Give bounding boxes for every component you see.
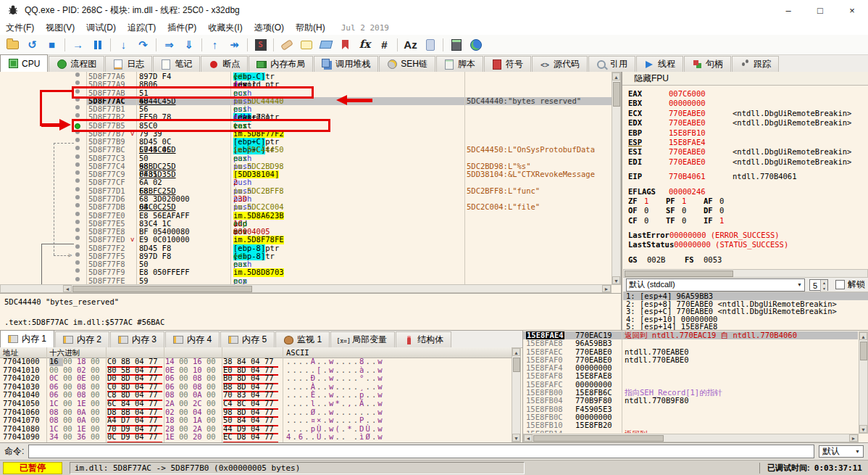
run-button[interactable]: → xyxy=(69,36,87,54)
tab-script[interactable]: 脚本 xyxy=(436,56,483,72)
tab-seh[interactable]: SEH链 xyxy=(379,56,435,72)
registers-hscrollbar[interactable] xyxy=(623,269,868,278)
disassembly-vscrollbar[interactable]: ▲ ▼ xyxy=(612,72,621,285)
run-to-user-code-button[interactable]: ↠ xyxy=(225,36,243,54)
tab-memdump-4[interactable]: 内存 5 xyxy=(220,331,275,347)
bookmark-button[interactable] xyxy=(336,36,354,54)
stack-row[interactable]: 15E8FB04770B9F80ntdll.770B9F80 xyxy=(523,397,858,405)
tab-references[interactable]: 引用 xyxy=(588,56,635,72)
stack-row[interactable]: 15E8FAF0770EABE0ntdll.770EABE0 xyxy=(523,356,858,364)
stack-hscrollbar[interactable]: ◄ ► xyxy=(523,434,859,442)
stack-row[interactable]: 15E8FB0015E8FB6C指向SEH_Record[1]的指针 xyxy=(523,389,858,397)
scylla-button[interactable]: S xyxy=(251,36,270,54)
stack-row[interactable]: 15E8FAE896A59BB3 xyxy=(523,339,858,347)
label-button[interactable] xyxy=(317,36,335,54)
register-row[interactable]: LastStatus00000000 (STATUS_SUCCESS) xyxy=(628,240,863,249)
row-dot-icon[interactable] xyxy=(75,187,80,191)
menu-item[interactable]: 文件(F) xyxy=(0,20,40,36)
close-button[interactable]: × xyxy=(836,0,868,20)
stack-row[interactable]: 15E8FAE4770EAC19返回到 ntdll.770EAC19 自 ntd… xyxy=(523,331,858,339)
menu-item[interactable]: 帮助(H) xyxy=(290,20,331,36)
tab-locals-6[interactable]: 局部变量 xyxy=(330,331,395,347)
stop-button[interactable]: ■ xyxy=(43,36,61,54)
disasm-row[interactable]: 5D8F77F9E8 050FFEFFcall im.5D8D8703 xyxy=(0,268,612,276)
calling-convention-select[interactable]: 默认 (stdcall) ▼ xyxy=(626,278,805,292)
row-dot-icon[interactable] xyxy=(75,236,80,240)
registers-pane[interactable]: 隐藏FPU EAX007C6000EBX00000000ECX770EABE0<… xyxy=(622,72,868,330)
register-row[interactable]: LastError00000000 (ERROR_SUCCESS) xyxy=(628,231,863,240)
row-dot-icon[interactable] xyxy=(75,212,80,216)
row-dot-icon[interactable] xyxy=(75,138,80,142)
tab-callstack[interactable]: 调用堆栈 xyxy=(314,56,378,72)
stack-row[interactable]: 15E8FB14返回到 xyxy=(523,430,858,433)
hide-fpu-button[interactable]: 隐藏FPU xyxy=(622,72,868,86)
argument-count-stepper[interactable]: 5 ▲▼ xyxy=(809,279,828,291)
row-dot-icon[interactable] xyxy=(75,260,80,265)
stack-row[interactable]: 15E8FAEC770EABE0ntdll.770EABE0 xyxy=(523,348,858,356)
stack-pane[interactable]: 15E8FAE4770EAC19返回到 ntdll.770EAC19 自 ntd… xyxy=(523,330,868,442)
flags-row[interactable]: CF0TF0IF1 xyxy=(628,216,863,226)
row-dot-icon[interactable] xyxy=(75,162,80,167)
stack-vscrollbar[interactable]: ▲ ▼ xyxy=(859,331,868,434)
step-into-button[interactable]: ↓ xyxy=(114,36,133,54)
tab-cpu[interactable]: CPU xyxy=(0,54,48,72)
register-row[interactable]: EIP770B4061ntdll.770B4061 xyxy=(628,172,863,181)
step-over-button[interactable]: ↷ xyxy=(134,36,152,54)
row-dot-icon[interactable] xyxy=(75,113,80,117)
tab-log[interactable]: 日志 xyxy=(105,56,152,72)
maximize-button[interactable]: □ xyxy=(804,0,836,20)
tab-symbols[interactable]: 符号 xyxy=(484,56,531,72)
tab-handles[interactable]: 句柄 xyxy=(684,56,731,72)
dump-row[interactable]: 7704100016001800C08B04771400160038840477… xyxy=(0,358,512,366)
restart-button[interactable]: ↺ xyxy=(23,36,41,54)
row-dot-icon[interactable] xyxy=(75,178,80,183)
function-button[interactable]: fx xyxy=(356,36,374,54)
row-dot-icon[interactable] xyxy=(75,170,80,175)
menu-item[interactable]: 调试(D) xyxy=(80,20,122,36)
flags-row[interactable]: GS002BFS0053 xyxy=(628,255,863,265)
stack-row[interactable]: 15E8FB0C00000000 xyxy=(523,413,858,421)
disasm-row[interactable]: 5D8F77EDvE9 0C010000jmp im.5D8F78FE xyxy=(0,236,612,244)
row-dot-icon[interactable] xyxy=(75,277,80,281)
row-dot-icon[interactable] xyxy=(75,146,80,150)
argument-row[interactable]: 1: [esp+4] 96A59BB3 xyxy=(623,292,868,300)
row-dot-icon[interactable] xyxy=(75,244,80,249)
row-dot-icon[interactable] xyxy=(75,268,80,273)
font-button[interactable]: Az xyxy=(401,36,420,54)
row-dot-icon[interactable] xyxy=(75,252,80,257)
tab-breakpoint[interactable]: 断点 xyxy=(201,56,248,72)
tab-graph[interactable]: 流程图 xyxy=(49,56,104,72)
disassembly-hscrollbar[interactable]: ◄ ► xyxy=(0,284,612,293)
tab-source[interactable]: 源代码 xyxy=(532,56,588,72)
animate-into-button[interactable]: ⇒ xyxy=(160,36,178,54)
row-dot-icon[interactable] xyxy=(75,73,80,77)
tab-struct-7[interactable]: 结构体 xyxy=(396,331,451,347)
comment-button[interactable] xyxy=(297,36,315,54)
argument-row[interactable]: 5: [esp+14] 15E8FAE8 xyxy=(623,323,868,330)
dump-row[interactable]: 7704107008000A00A4D7047718001A0050840477… xyxy=(0,416,512,425)
tab-memmap[interactable]: 内存布局 xyxy=(249,56,313,72)
device-button[interactable] xyxy=(421,36,439,54)
row-dot-icon[interactable] xyxy=(75,220,80,224)
tab-notes[interactable]: 笔记 xyxy=(153,56,200,72)
row-dot-icon[interactable] xyxy=(75,195,80,199)
command-profile-select[interactable]: 默认 ▼ xyxy=(819,445,864,458)
menu-item[interactable]: 视图(V) xyxy=(40,20,80,36)
tab-trace[interactable]: 跟踪 xyxy=(732,56,779,72)
row-dot-icon[interactable] xyxy=(75,80,80,85)
calculator-button[interactable] xyxy=(447,36,465,54)
dump-vscrollbar[interactable]: ▲ ▼ xyxy=(512,347,521,442)
stack-row[interactable]: 15E8FAF815E8FAE8 xyxy=(523,372,858,380)
register-row[interactable]: EDX770EABE0<ntdll.DbgUiRemoteBreakin> xyxy=(628,118,863,128)
menu-item[interactable]: 选项(O) xyxy=(249,20,290,36)
row-dot-icon[interactable] xyxy=(75,154,80,159)
row-dot-icon[interactable] xyxy=(75,228,80,232)
register-row[interactable]: EAX007C6000 xyxy=(628,89,863,99)
stack-row[interactable]: 15E8FB08F45905E3 xyxy=(523,405,858,413)
row-dot-icon[interactable] xyxy=(75,203,80,207)
stack-row[interactable]: 15E8FAF400000000 xyxy=(523,364,858,372)
menu-item[interactable]: 收藏夹(I) xyxy=(202,20,248,36)
flags-row[interactable]: ZF1PF1AF0 xyxy=(628,197,863,206)
minimize-button[interactable]: – xyxy=(772,0,804,20)
execute-till-return-button[interactable]: ↑ xyxy=(206,36,224,54)
